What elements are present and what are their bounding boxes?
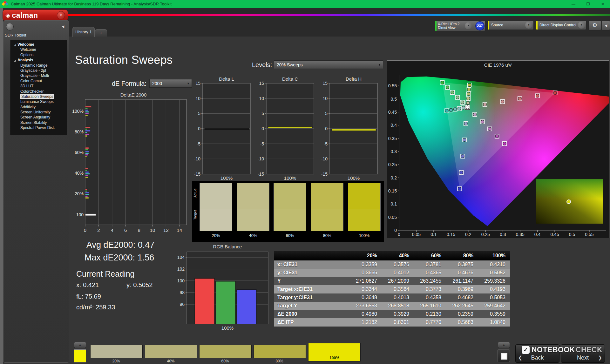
close-button[interactable]: ✕: [595, 0, 610, 8]
tree-expand-icon[interactable]: ◢: [14, 44, 16, 46]
pattern-window-button[interactable]: [497, 349, 510, 362]
svg-text:0.45: 0.45: [550, 232, 559, 237]
current-pattern-chip[interactable]: [74, 349, 86, 362]
sidebar-item-label: Options: [20, 53, 33, 57]
pattern-level-80[interactable]: [254, 345, 306, 358]
sidebar-collapse-button[interactable]: ◀: [59, 23, 66, 30]
de-formula-value: 2000: [152, 81, 162, 86]
svg-text:0.1: 0.1: [430, 232, 437, 237]
delta-l-chart: Delta L151050-5-10-15100%: [191, 76, 256, 184]
deltae-bar-cyan-100: [85, 111, 89, 112]
calman-menu-arrow-icon[interactable]: ▼: [57, 11, 65, 19]
levels-dropdown[interactable]: 20% Sweeps ▼: [274, 60, 383, 69]
sidebar-item-label: Additivity: [20, 105, 36, 109]
tab-history-1[interactable]: History 1: [72, 27, 95, 37]
svg-text:104: 104: [177, 255, 185, 260]
sidebar-item-grayscale-multi[interactable]: Grayscale - Multi: [11, 73, 67, 78]
levels-value: 20% Sweeps: [277, 62, 303, 67]
sidebar-item-colorchecker[interactable]: ColorChecker: [11, 89, 67, 94]
pattern-level-20[interactable]: [90, 345, 143, 358]
pattern-level-100[interactable]: 100%: [308, 343, 361, 361]
svg-text:Delta H: Delta H: [346, 76, 362, 82]
table-cell: 0.5053: [478, 293, 510, 302]
minimize-button[interactable]: —: [566, 0, 581, 8]
chevron-down-icon[interactable]: ▼: [525, 22, 532, 29]
pattern-level-60[interactable]: [199, 345, 252, 358]
sidebar-item-luminance-sweeps[interactable]: Luminance Sweeps: [11, 99, 67, 104]
eject-icon: ▲: [503, 343, 505, 346]
sidebar-item-3d-lut[interactable]: 3D LUT: [11, 84, 67, 89]
swatch-level-label: 20%: [200, 233, 232, 238]
collapse-panel-button[interactable]: ◀: [602, 20, 610, 30]
pattern-window-eject-right[interactable]: ▲: [498, 342, 510, 348]
sidebar-item-analysis[interactable]: ◢Analysis: [11, 57, 67, 63]
table-cell: 265.1610: [414, 302, 446, 310]
pattern-level-40[interactable]: [145, 345, 197, 358]
source-dropdown[interactable]: Source ▼: [487, 20, 534, 30]
table-row-label: Target x:CIE31: [274, 285, 349, 293]
target-row-label: Target: [193, 215, 197, 220]
deltae-bar-magenta-100: [85, 113, 89, 114]
notebookcheck-watermark: ✓ NOTEBOOK CHECK: [522, 346, 602, 354]
svg-text:0: 0: [398, 232, 400, 237]
table-row-label: y: CIE31: [274, 269, 349, 277]
delta-h-svg: Delta H151050-5-10-15100%: [318, 76, 383, 183]
cie-white-point: [465, 105, 470, 110]
svg-text:Delta C: Delta C: [282, 76, 298, 82]
svg-text:-15: -15: [194, 172, 200, 177]
table-cell: 0.2359: [446, 310, 478, 318]
sidebar-item-label: Welcome: [20, 47, 36, 52]
sidebar-item-welcome[interactable]: ◢Welcome: [11, 42, 67, 47]
svg-text:0.55: 0.55: [388, 83, 397, 88]
display-control-dropdown[interactable]: Direct Display Control ▼: [536, 20, 586, 30]
swatch-level-label: 80%: [311, 233, 343, 238]
sidebar-item-saturation-sweeps[interactable]: Saturation Sweeps: [11, 94, 67, 99]
sidebar-item-screen-stability[interactable]: Screen Stability: [11, 120, 67, 125]
calman-menu-button[interactable]: ◈ calman ▼: [3, 10, 68, 21]
deltae-bar-magenta-40: [85, 175, 88, 176]
deltae-bar-magenta-60: [85, 154, 89, 156]
svg-text:0.2: 0.2: [391, 175, 397, 180]
titlebar: Calman 2025 Calman Ultimate for Business…: [0, 0, 610, 8]
svg-text:5: 5: [325, 111, 328, 116]
pattern-window-eject-left[interactable]: ▲: [74, 342, 86, 348]
sidebar-item-color-gamut[interactable]: Color Gamut: [11, 78, 67, 84]
deltae-bar-cyan-60: [85, 152, 89, 154]
meter-count-badge[interactable]: 237: [475, 21, 485, 30]
cie-chart-title: CIE 1976 u'v': [387, 62, 609, 68]
de-formula-dropdown[interactable]: 2000 ▼: [149, 79, 192, 88]
sidebar-item-dynamic-range[interactable]: Dynamic Range: [11, 63, 67, 68]
table-cell: 0.4980: [349, 310, 382, 318]
deltae-bar-red-100: [85, 106, 92, 107]
sidebar-item-options[interactable]: Options: [11, 52, 67, 57]
svg-text:0: 0: [325, 126, 328, 131]
meter-dropdown[interactable]: X-Rite i1Pro 2Direct View ▼ 237: [435, 20, 485, 31]
chevron-right-icon: ❯: [598, 355, 602, 361]
table-header-cell: 100%: [478, 251, 510, 260]
table-header-cell: 40%: [382, 251, 414, 260]
sidebar-item-welcome[interactable]: Welcome: [11, 47, 67, 52]
deltae-bar-red-20: [85, 189, 87, 190]
sidebar-item-screen-angularity[interactable]: Screen Angularity: [11, 115, 67, 120]
add-tab-button[interactable]: +: [95, 29, 107, 37]
cie-zoom-inset: [536, 179, 603, 224]
chevron-down-icon[interactable]: ▼: [465, 22, 472, 29]
settings-button[interactable]: ⚙: [588, 20, 601, 30]
sidebar-knob-button[interactable]: [6, 23, 14, 30]
sidebar-item-additivity[interactable]: Additivity: [11, 104, 67, 110]
sidebar-item-label: Screen Uniformity: [20, 110, 51, 114]
svg-text:0.35: 0.35: [388, 136, 397, 141]
chevron-left-icon: ◀: [62, 24, 64, 28]
chevron-down-icon[interactable]: ▼: [578, 22, 585, 29]
deltae-bar-red-40: [85, 168, 89, 169]
current-reading-fl: fL: 75.69: [76, 293, 101, 300]
deltae2000-svg: 02468101214100%80%60%40%20%100: [68, 95, 193, 236]
maximize-button[interactable]: ❐: [581, 0, 595, 8]
sidebar-item-grayscale-2pt[interactable]: Grayscale - 2pt: [11, 68, 67, 73]
tree-expand-icon[interactable]: ◢: [14, 59, 16, 62]
sidebar-item-screen-uniformity[interactable]: Screen Uniformity: [11, 110, 67, 115]
svg-text:0.25: 0.25: [388, 162, 397, 167]
table-cell: 0.5052: [478, 269, 510, 277]
sidebar-item-spectral-power-dist[interactable]: Spectral Power Dist.: [11, 125, 67, 130]
deltae-bar-blue-60: [85, 151, 90, 152]
